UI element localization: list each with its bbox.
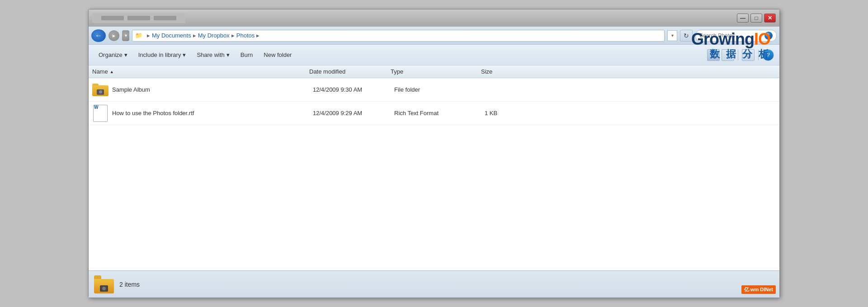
new-folder-button[interactable]: New folder	[259, 48, 296, 62]
watermark: GrowingIO 数 据 分 析	[691, 31, 770, 61]
content-area: Name ▲ Date modified Type Size	[89, 65, 779, 270]
explorer-window: — □ ✕ ← ▸ ▾ 📁 ▸ My Documents ▸ My Dropbo…	[88, 9, 780, 298]
history-dropdown-button[interactable]: ▾	[122, 30, 129, 41]
file-name: How to use the Photos folder.rtf	[112, 110, 313, 116]
file-list-header: Name ▲ Date modified Type Size	[89, 65, 779, 78]
column-type[interactable]: Type	[391, 68, 481, 75]
breadcrumb-folder-icon: 📁	[135, 32, 142, 39]
include-in-library-button[interactable]: Include in library ▾	[134, 48, 191, 62]
table-row[interactable]: Sample Album 12/4/2009 9:30 AM File fold…	[89, 78, 779, 102]
burn-button[interactable]: Burn	[236, 48, 257, 62]
file-name: Sample Album	[112, 86, 313, 93]
rtf-file-icon	[92, 105, 108, 121]
file-type: Rich Text Format	[394, 110, 485, 116]
title-bar: — □ ✕	[89, 9, 779, 27]
organize-button[interactable]: Organize ▾	[94, 48, 132, 62]
column-size[interactable]: Size	[481, 68, 535, 75]
minimize-button[interactable]: —	[737, 14, 749, 23]
main-pane: Name ▲ Date modified Type Size	[89, 65, 779, 270]
breadcrumb-sep-3: ▸	[256, 32, 259, 39]
share-dropdown-icon: ▾	[226, 51, 230, 58]
watermark-title: GrowingIO	[691, 31, 770, 47]
file-size: 1 KB	[485, 110, 539, 116]
column-date-modified[interactable]: Date modified	[309, 68, 391, 75]
close-button[interactable]: ✕	[764, 14, 776, 23]
folder-camera-icon	[92, 82, 108, 98]
breadcrumb-my-documents[interactable]: My Documents	[152, 32, 191, 39]
back-button[interactable]: ←	[91, 29, 106, 42]
address-bar: ← ▸ ▾ 📁 ▸ My Documents ▸ My Dropbox ▸ Ph…	[89, 27, 779, 45]
file-date: 12/4/2009 9:30 AM	[313, 86, 394, 93]
sort-arrow-icon: ▲	[110, 70, 114, 74]
breadcrumb-sep-2: ▸	[231, 32, 235, 39]
address-dropdown-button[interactable]: ▾	[667, 30, 677, 41]
watermark-subtitle: 数 据 分 析	[691, 47, 770, 61]
status-bar: 2 items	[89, 270, 779, 298]
status-folder-icon	[94, 275, 114, 293]
table-row[interactable]: How to use the Photos folder.rtf 12/4/20…	[89, 102, 779, 125]
forward-button[interactable]: ▸	[108, 30, 119, 41]
title-bar-left	[92, 13, 185, 23]
title-bar-text	[92, 13, 185, 23]
refresh-button[interactable]: ↻	[680, 30, 693, 42]
breadcrumb-sep-start: ▸	[147, 32, 150, 39]
breadcrumb-my-dropbox[interactable]: My Dropbox	[198, 32, 230, 39]
share-with-button[interactable]: Share with ▾	[192, 48, 234, 62]
include-dropdown-icon: ▾	[183, 51, 186, 58]
maximize-button[interactable]: □	[750, 14, 762, 23]
window-controls: — □ ✕	[737, 14, 776, 23]
status-camera-icon	[100, 285, 108, 292]
breadcrumb-photos[interactable]: Photos	[236, 32, 255, 39]
file-date: 12/4/2009 9:29 AM	[313, 110, 394, 116]
file-list-body: Sample Album 12/4/2009 9:30 AM File fold…	[89, 78, 779, 270]
toolbar: Organize ▾ Include in library ▾ Share wi…	[89, 45, 779, 65]
breadcrumb-sep-1: ▸	[193, 32, 196, 39]
watermark-accent: IO	[754, 30, 770, 48]
bottom-brand-watermark: 亿 wm DINet	[741, 285, 776, 294]
breadcrumb-bar: 📁 ▸ My Documents ▸ My Dropbox ▸ Photos ▸	[132, 30, 665, 42]
file-type: File folder	[394, 86, 485, 93]
column-name[interactable]: Name ▲	[92, 68, 309, 75]
status-items-count: 2 items	[119, 281, 140, 288]
camera-overlay-icon	[97, 89, 104, 95]
organize-dropdown-icon: ▾	[124, 51, 127, 58]
